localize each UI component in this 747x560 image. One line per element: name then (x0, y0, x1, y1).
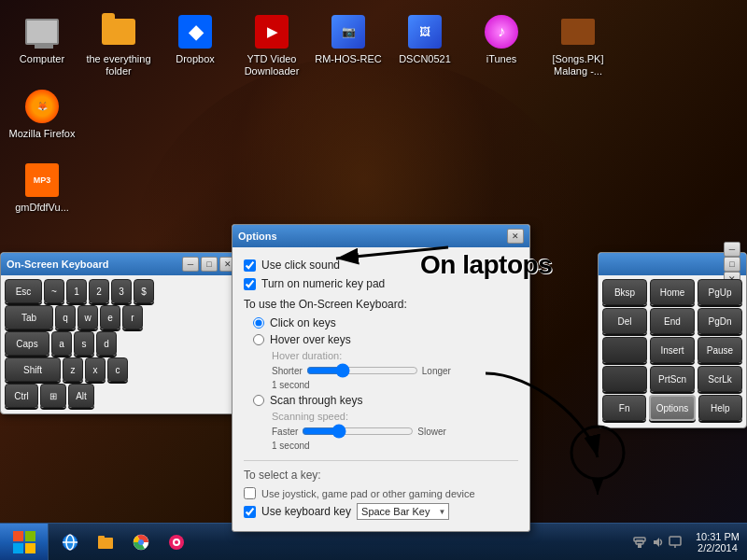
options-close-button[interactable]: ✕ (507, 229, 524, 244)
spacebar-key-dropdown[interactable]: Space Bar Key (357, 503, 449, 520)
taskbar-item-media[interactable] (159, 525, 194, 559)
osk-content: Esc ~ 1 2 3 $ Tab q w e r Caps a s d S (1, 275, 242, 413)
kr-key-empty1[interactable] (602, 337, 647, 363)
kr-minimize-button[interactable]: ─ (724, 242, 740, 257)
action-center-icon[interactable] (668, 535, 683, 550)
osk-key-3[interactable]: 3 (111, 279, 132, 303)
osk-key-x[interactable]: x (85, 357, 106, 382)
osk-maximize-button[interactable]: □ (201, 257, 218, 272)
kr-key-home[interactable]: Home (650, 279, 695, 305)
media-icon (167, 533, 186, 552)
desktop-icon-dropbox[interactable]: ◆ Dropbox (158, 9, 233, 81)
chrome-icon (132, 533, 150, 552)
hover-keys-row: Hover over keys (253, 333, 518, 346)
kr-key-fn[interactable]: Fn (602, 395, 646, 421)
explorer-icon (96, 533, 115, 552)
osk-minimize-button[interactable]: ─ (182, 257, 199, 272)
kr-key-options[interactable]: Options (649, 395, 695, 421)
use-keyboard-label: To use the On-Screen Keyboard: (244, 298, 518, 311)
desktop-icon-firefox[interactable]: 🦊 Mozilla Firefox (5, 84, 79, 144)
kr-key-del[interactable]: Del (602, 308, 647, 334)
kr-key-pause[interactable]: Pause (698, 337, 742, 363)
osk-key-tilde[interactable]: ~ (44, 279, 64, 303)
keyboard-key-checkbox[interactable] (244, 506, 256, 518)
taskbar-item-explorer[interactable] (88, 525, 123, 559)
taskbar-item-ie[interactable] (52, 525, 88, 559)
osk-key-shift[interactable]: Shift (5, 357, 61, 382)
annotation-arrow-2 (556, 420, 640, 504)
options-body: Use click sound Turn on numeric key pad … (233, 247, 529, 531)
kr-row-3: Insert Pause (602, 337, 742, 363)
kr-key-help[interactable]: Help (698, 395, 742, 421)
click-keys-radio[interactable] (253, 317, 264, 329)
kr-key-scrlk[interactable]: ScrLk (698, 366, 742, 392)
hover-duration-label: Hover duration: (272, 350, 342, 361)
osk-key-ctrl[interactable]: Ctrl (5, 384, 38, 408)
osk-row-4: Shift z x c (5, 357, 238, 382)
osk-key-dollar[interactable]: $ (134, 279, 154, 303)
desktop-icon-songs[interactable]: [Songs.PK] Malang -... (541, 9, 615, 81)
desktop-icon-computer[interactable]: Computer (5, 9, 79, 81)
dropbox-icon: ◆ (178, 15, 212, 49)
scan-keys-radio[interactable] (253, 395, 264, 406)
osk-key-z[interactable]: z (63, 357, 83, 382)
hover-keys-radio[interactable] (253, 334, 264, 345)
network-tray-icon[interactable] (632, 535, 647, 550)
taskbar-item-chrome[interactable] (123, 525, 159, 559)
use-click-sound-checkbox[interactable] (244, 259, 256, 272)
spacebar-key-value: Space Bar Key (361, 506, 430, 517)
osk-key-s[interactable]: s (74, 331, 94, 356)
desktop-icon-rmhosrec[interactable]: 📷 RM-HOS-REC (311, 9, 386, 81)
osk-key-e[interactable]: e (100, 305, 120, 329)
start-button[interactable] (0, 524, 49, 561)
firefox-icon: 🦊 (25, 90, 59, 123)
kr-key-pgdn[interactable]: PgDn (698, 308, 742, 334)
osk-row-2: Tab q w e r (5, 305, 238, 329)
numeric-keypad-checkbox[interactable] (244, 278, 256, 290)
osk-key-tab[interactable]: Tab (5, 305, 53, 329)
mp3-label: gmDfdfVu... (15, 202, 69, 214)
system-clock[interactable]: 10:31 PM 2/2/2014 (688, 531, 747, 553)
kr-key-empty2[interactable] (602, 366, 647, 392)
joystick-checkbox[interactable] (244, 487, 256, 499)
kr-key-insert[interactable]: Insert (650, 337, 695, 363)
firefox-label: Mozilla Firefox (9, 128, 76, 140)
osk-key-alt[interactable]: Alt (68, 384, 94, 408)
hover-slider-row: Shorter Longer (272, 363, 518, 378)
kr-key-pgup[interactable]: PgUp (698, 279, 742, 305)
osk-window-controls: ─ □ ✕ (182, 257, 236, 272)
desktop-icon-everything-folder[interactable]: the everything folder (81, 9, 156, 81)
scan-slider-row: Faster Slower (272, 424, 518, 439)
desktop-icon-ytd[interactable]: ▶ YTD Video Downloader (234, 9, 309, 81)
left-desktop-icons: 🦊 Mozilla Firefox MP3 gmDfdfVu... (5, 84, 79, 217)
osk-key-q[interactable]: q (55, 305, 76, 329)
dscn-label: DSCN0521 (399, 53, 451, 65)
folder-icon (102, 19, 135, 45)
osk-key-r[interactable]: r (122, 305, 143, 329)
osk-key-a[interactable]: a (51, 331, 72, 356)
desktop-icon-mp3[interactable]: MP3 gmDfdfVu... (5, 158, 79, 217)
osk-key-win[interactable]: ⊞ (40, 384, 66, 408)
rmhosrec-icon: 📷 (331, 15, 365, 49)
kr-key-prtscn[interactable]: PrtScn (650, 366, 695, 392)
osk-key-1[interactable]: 1 (66, 279, 87, 303)
desktop-icon-dscn[interactable]: 🖼 DSCN0521 (388, 9, 462, 81)
dropbox-label: Dropbox (176, 53, 215, 65)
osk-key-esc[interactable]: Esc (5, 279, 42, 303)
osk-key-c[interactable]: c (107, 357, 128, 382)
desktop-icon-itunes[interactable]: ♪ iTunes (464, 9, 539, 81)
osk-key-d[interactable]: d (96, 331, 117, 356)
scanning-speed-row: Scanning speed: (272, 411, 518, 422)
osk-key-w[interactable]: w (78, 305, 98, 329)
svg-point-2 (571, 427, 624, 479)
osk-key-2[interactable]: 2 (89, 279, 109, 303)
volume-tray-icon[interactable] (650, 535, 665, 550)
kr-key-end[interactable]: End (650, 308, 695, 334)
kr-key-bksp[interactable]: Bksp (602, 279, 647, 305)
scan-speed-slider[interactable] (302, 424, 414, 439)
joystick-label: Use joystick, game pad or other gaming d… (261, 488, 475, 499)
kr-maximize-button[interactable]: □ (724, 257, 740, 272)
osk-key-caps[interactable]: Caps (5, 331, 49, 356)
hover-duration-slider[interactable] (306, 363, 418, 378)
keyboard-right-content: Bksp Home PgUp Del End PgDn Insert Pause… (599, 275, 746, 427)
